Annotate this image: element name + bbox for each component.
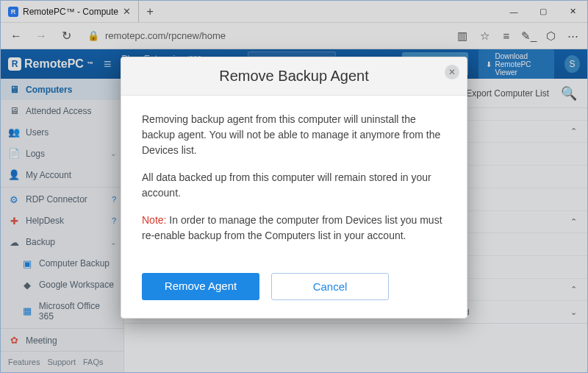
remove-backup-modal: Remove Backup Agent ✕ Removing backup ag… (121, 57, 467, 319)
modal-overlay: Remove Backup Agent ✕ Removing backup ag… (1, 1, 587, 372)
note-label: Note: (142, 214, 166, 226)
modal-footer: Remove Agent Cancel (121, 263, 467, 318)
modal-header: Remove Backup Agent ✕ (121, 57, 467, 96)
modal-para1: Removing backup agent from this computer… (142, 112, 446, 158)
cancel-button[interactable]: Cancel (271, 273, 389, 300)
modal-para2: All data backed up from this computer wi… (142, 170, 446, 201)
modal-close-icon[interactable]: ✕ (445, 65, 459, 79)
modal-note: Note: In order to manage the computer fr… (142, 213, 446, 244)
remove-agent-button[interactable]: Remove Agent (142, 273, 259, 300)
modal-body: Removing backup agent from this computer… (121, 96, 467, 263)
modal-title: Remove Backup Agent (219, 68, 368, 84)
note-text: In order to manage the computer from Dev… (142, 214, 442, 241)
